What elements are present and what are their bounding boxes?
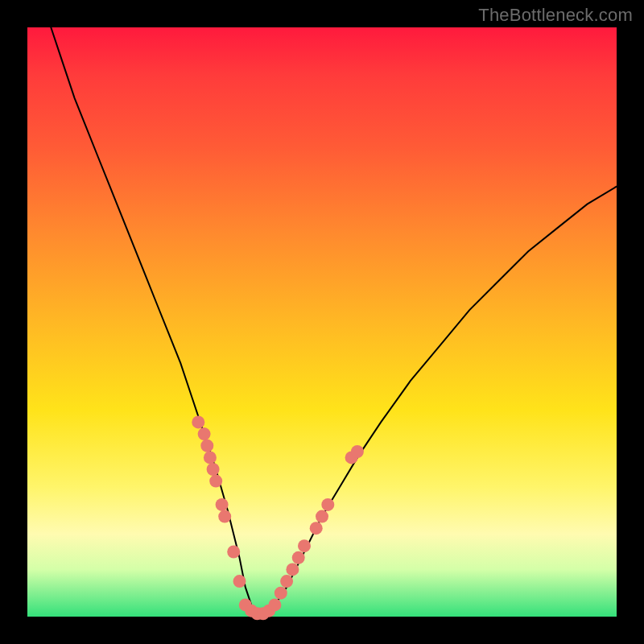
curve-line <box>51 27 617 613</box>
data-marker <box>351 445 364 458</box>
data-marker <box>298 539 311 552</box>
data-marker <box>198 427 211 440</box>
data-marker <box>209 475 222 488</box>
data-marker <box>268 598 281 611</box>
watermark-text: TheBottleneck.com <box>478 5 633 26</box>
data-marker <box>200 440 213 452</box>
data-marker <box>292 551 305 564</box>
data-marker <box>192 415 204 428</box>
data-marker <box>216 498 229 511</box>
data-marker <box>207 463 220 476</box>
chart-overlay <box>27 27 617 617</box>
data-marker <box>286 563 299 576</box>
chart-frame: TheBottleneck.com <box>0 0 644 644</box>
data-marker <box>233 575 246 588</box>
data-marker <box>316 510 328 523</box>
data-marker <box>275 587 287 600</box>
data-marker <box>218 510 231 523</box>
data-markers <box>192 415 364 620</box>
data-marker <box>227 546 240 559</box>
data-marker <box>321 498 334 511</box>
data-marker <box>310 522 323 535</box>
data-marker <box>204 451 217 464</box>
data-marker <box>280 575 293 588</box>
